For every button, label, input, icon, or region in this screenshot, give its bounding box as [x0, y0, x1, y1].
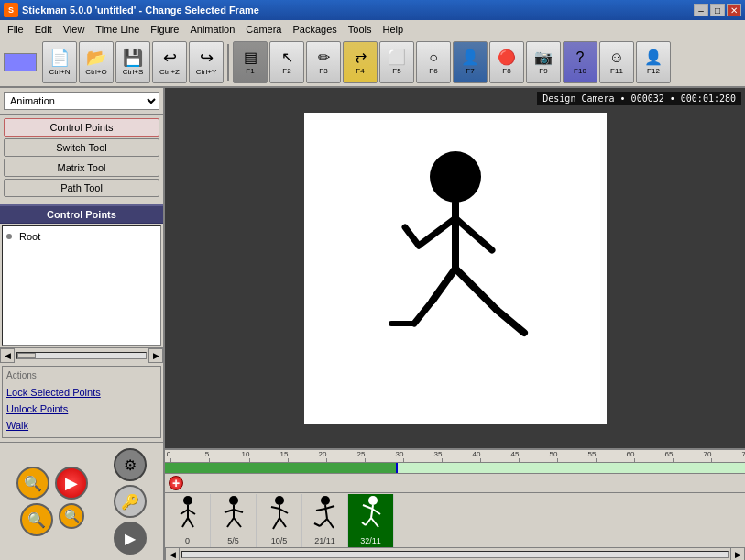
- toolbar-btn-f5[interactable]: ⬜F5: [379, 41, 414, 83]
- frame-cell[interactable]: 5/5: [211, 494, 257, 547]
- toolbar-btn-ctrlz[interactable]: ↩Ctrl+Z: [152, 41, 187, 83]
- menu-item-packages[interactable]: Packages: [287, 22, 342, 37]
- tl-scroll-right[interactable]: ▶: [730, 547, 745, 561]
- frame-label: 5/5: [227, 536, 239, 545]
- toolbar-btn-f4[interactable]: ⇄F4: [343, 41, 378, 83]
- action-link-lock-selected-points[interactable]: Lock Selected Points: [6, 384, 157, 401]
- tree-item[interactable]: Root: [6, 230, 157, 243]
- main-area: Animation Control PointsSwitch ToolMatri…: [0, 88, 745, 560]
- scroll-left-button[interactable]: ◀: [0, 348, 15, 363]
- minimize-button[interactable]: –: [694, 4, 708, 16]
- timeline-tick: 15: [284, 450, 292, 462]
- menu-item-animation[interactable]: Animation: [184, 22, 240, 37]
- tick-label: 5: [205, 450, 209, 458]
- window-controls: – □ ✕: [694, 4, 741, 16]
- tl-scroll-left[interactable]: ◀: [165, 547, 180, 561]
- tl-scroll-track[interactable]: [181, 551, 729, 558]
- svg-line-19: [234, 510, 243, 512]
- toolbar-btn-f9[interactable]: 📷F9: [526, 41, 561, 83]
- frame-cell[interactable]: 21/11: [302, 494, 348, 547]
- search2-button[interactable]: 🔍: [20, 503, 53, 536]
- tools-area: Control PointsSwitch ToolMatrix ToolPath…: [0, 115, 163, 201]
- search-button[interactable]: 🔍: [16, 467, 49, 500]
- tool-btn-switch-tool[interactable]: Switch Tool: [4, 138, 159, 157]
- menu-item-time-line[interactable]: Time Line: [90, 22, 145, 37]
- timeline: 05101520253035404550556065707580859095 +…: [165, 448, 745, 560]
- tool-btn-path-tool[interactable]: Path Tool: [4, 179, 159, 197]
- tree-item-label: Root: [19, 231, 40, 242]
- right-btn-col: ⚙ 🔑 ▶: [114, 448, 147, 555]
- frame-stickman: [261, 494, 298, 534]
- next-button[interactable]: ▶: [114, 522, 147, 555]
- toolbar-btn-f6[interactable]: ○F6: [416, 41, 451, 83]
- add-frame-button[interactable]: +: [169, 476, 183, 490]
- tick-label: 65: [665, 450, 674, 458]
- menu-item-edit[interactable]: Edit: [29, 22, 58, 37]
- toolbar-btn-f11[interactable]: ☺F11: [599, 41, 634, 83]
- tool-btn-control-points[interactable]: Control Points: [4, 118, 159, 137]
- svg-line-12: [181, 510, 188, 514]
- play-button[interactable]: ▶: [55, 467, 88, 500]
- scroll-track[interactable]: [16, 352, 147, 359]
- horizontal-scrollbar: ◀ ▶: [0, 347, 163, 362]
- menu-item-view[interactable]: View: [58, 22, 91, 37]
- frame-stickman: [307, 494, 344, 534]
- toolbar-btn-f2[interactable]: ↖F2: [269, 41, 304, 83]
- menu-item-help[interactable]: Help: [377, 22, 409, 37]
- svg-line-18: [225, 510, 234, 512]
- action-link-walk[interactable]: Walk: [6, 417, 157, 434]
- toolbar-btn-f12[interactable]: 👤F12: [636, 41, 671, 83]
- timeline-scrollbar: ◀ ▶: [165, 547, 745, 560]
- camera-label: Design Camera • 000032 • 000:01:280: [537, 92, 741, 105]
- maximize-button[interactable]: □: [710, 4, 725, 16]
- toolbar-btn-f1[interactable]: ▤F1: [233, 41, 268, 83]
- svg-line-36: [371, 505, 373, 518]
- canvas-area: Design Camera • 000032 • 000:01:280: [165, 88, 745, 560]
- actions-title: Actions: [6, 370, 157, 380]
- tick-label: 75: [742, 450, 745, 458]
- btn-pair-bottom: 🔍 🔍: [20, 503, 84, 536]
- timeline-tick: 60: [630, 450, 639, 462]
- bottom-controls: 🔍 ▶ 🔍 🔍 ⚙ 🔑 ▶: [0, 442, 163, 560]
- menu-item-tools[interactable]: Tools: [343, 22, 378, 37]
- toolbar-btn-ctrln[interactable]: 📄Ctrl+N: [42, 41, 77, 83]
- key-button[interactable]: 🔑: [114, 485, 147, 518]
- control-points-tree: Root: [2, 225, 161, 346]
- close-button[interactable]: ✕: [727, 4, 741, 16]
- control-points-header: Control Points: [0, 204, 163, 224]
- svg-line-6: [497, 310, 524, 333]
- frame-cell[interactable]: 32/11: [348, 494, 394, 547]
- frame-cell[interactable]: 10/5: [257, 494, 302, 547]
- toolbar-separator: [227, 44, 229, 81]
- menu-item-file[interactable]: File: [2, 22, 29, 37]
- toolbar-btn-f3[interactable]: ✏F3: [306, 41, 341, 83]
- timeline-tick: 70: [707, 450, 716, 462]
- tick-label: 30: [396, 450, 404, 458]
- timeline-tick: 0: [169, 450, 172, 462]
- toolbar-btn-ctrly[interactable]: ↪Ctrl+Y: [189, 41, 224, 83]
- window-title: Stickman 5.0.0 'untitled' - Change Selec…: [22, 5, 259, 16]
- scroll-right-button[interactable]: ▶: [148, 348, 163, 363]
- toolbar-btn-ctrls[interactable]: 💾Ctrl+S: [115, 41, 150, 83]
- tick-label: 0: [167, 450, 170, 458]
- action-link-unlock-points[interactable]: Unlock Points: [6, 401, 157, 417]
- color-indicator: [4, 53, 37, 71]
- menu-item-camera[interactable]: Camera: [240, 22, 287, 37]
- toolbar-btn-ctrlo[interactable]: 📂Ctrl+O: [79, 41, 114, 83]
- frame-cell[interactable]: 0: [165, 494, 211, 547]
- frames-row: 0 5/5 10/5 21/11 32/11: [165, 492, 745, 547]
- gear-button[interactable]: ⚙: [114, 448, 147, 481]
- toolbar-btn-f10[interactable]: ?F10: [563, 41, 597, 83]
- toolbar-btn-f7[interactable]: 👤F7: [453, 41, 488, 83]
- timeline-tick: 25: [361, 450, 369, 462]
- tool-btn-matrix-tool[interactable]: Matrix Tool: [4, 159, 159, 177]
- tick-label: 60: [627, 450, 635, 458]
- mode-dropdown[interactable]: Animation: [4, 92, 159, 110]
- toolbar-btn-f8[interactable]: 🔴F8: [489, 41, 524, 83]
- svg-line-40: [366, 518, 371, 525]
- timeline-tick: 5: [207, 450, 211, 462]
- zoom-button[interactable]: 🔍: [59, 503, 84, 529]
- timeline-ruler: 05101520253035404550556065707580859095: [165, 450, 745, 463]
- menu-item-figure[interactable]: Figure: [145, 22, 184, 37]
- timeline-track[interactable]: [165, 463, 745, 474]
